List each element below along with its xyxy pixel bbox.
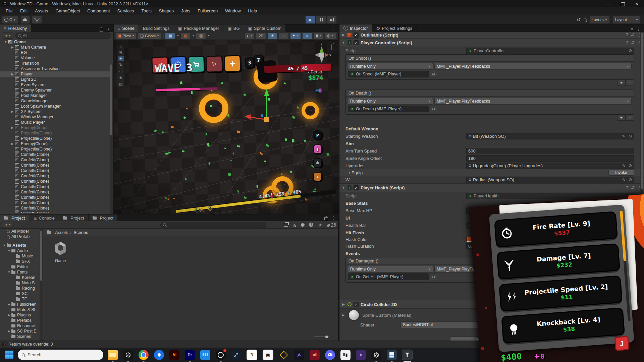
lock-icon[interactable] — [100, 29, 103, 32]
tab-build-settings[interactable]: Build Settings — [139, 24, 174, 32]
event-target-object-field[interactable]: #On Shoot (MMF_Player) — [348, 71, 429, 77]
hierarchy-item-enemy-clone[interactable]: ▶Enemy(Clone) — [0, 125, 113, 130]
remove-event-button[interactable]: − — [626, 115, 634, 121]
2d-toggle[interactable]: 2D — [256, 33, 266, 39]
project-tree-item-tc[interactable]: TC — [0, 296, 43, 302]
upgrade-card-fire-rate[interactable]: Fire Rate [Lv. 9]$537 — [494, 211, 618, 247]
edit-pen-icon[interactable]: ✎ — [622, 164, 625, 168]
icon-size-slider[interactable] — [314, 337, 329, 337]
menu-gameobject[interactable]: GameObject — [52, 8, 84, 13]
presets-icon[interactable]: ⇵ — [631, 185, 634, 190]
edit-pen-icon[interactable]: ✎ — [622, 178, 625, 182]
taskbar-icon-steam[interactable] — [231, 350, 241, 360]
taskbar-icon-tally[interactable]: ‖▮ — [340, 350, 351, 360]
foldout-icon[interactable]: ▶ — [7, 313, 11, 317]
lock-icon[interactable] — [324, 217, 328, 220]
project-tree-item-audio[interactable]: ▼Audio — [0, 248, 43, 253]
script-object-field[interactable]: # PlayerController ⊙ — [466, 48, 634, 54]
project-tree-scrollbar[interactable] — [40, 229, 43, 341]
foldout-icon[interactable]: ▼ — [341, 186, 345, 189]
project-tree-item-korean[interactable]: Korean — [0, 275, 43, 280]
object-picker-icon[interactable]: ⊙ — [629, 163, 632, 168]
object-picker-icon[interactable]: ⊙ — [629, 177, 632, 182]
maximize-button[interactable] — [621, 2, 625, 6]
tab-hierarchy[interactable]: ≡ Hierarchy — [0, 24, 31, 32]
taskbar-icon-sparkle-box[interactable] — [356, 350, 366, 360]
taskbar-icon-media-player[interactable] — [200, 350, 210, 360]
object-picker-button[interactable]: ⊙ — [430, 71, 437, 77]
tab-project-2[interactable]: Project — [59, 215, 88, 221]
enabled-checkbox[interactable]: ✓ — [354, 40, 359, 45]
project-tree-item-all-model[interactable]: All Model — [0, 229, 43, 234]
breadcrumb-assets[interactable]: Assets — [55, 230, 68, 235]
inspector-mode-icon[interactable]: ≡ — [631, 26, 633, 32]
grid-axis-button[interactable]: ▥ — [196, 33, 206, 39]
hierarchy-item-gamemanager[interactable]: GameManager — [0, 98, 113, 104]
taskbar-icon-obs-studio[interactable] — [216, 350, 226, 360]
taskbar-icon-active-app[interactable] — [402, 350, 412, 360]
taskbar-icon-maps[interactable] — [154, 350, 164, 360]
grid-axis-dropdown[interactable]: ▼ — [207, 34, 210, 37]
menu-help[interactable]: Help — [245, 8, 261, 13]
kebab-menu-icon[interactable]: ⋮ — [637, 27, 641, 32]
hierarchy-scrollbar[interactable] — [110, 64, 113, 238]
tab-bg[interactable]: ▣BG — [223, 24, 244, 32]
project-tree-item-fullscreen[interactable]: ▶Fullscreen — [0, 302, 43, 307]
hierarchy-item-confetti-clone[interactable]: Confetti(Clone) — [0, 179, 113, 184]
project-tree-item-all-prefab[interactable]: All Prefab — [0, 234, 43, 239]
step-button[interactable]: ▶ — [327, 15, 337, 24]
add-event-button[interactable]: + — [617, 80, 626, 86]
global-dropdown[interactable]: ◯Global▼ — [138, 33, 161, 39]
taskbar-icon-red-media[interactable]: oil — [310, 350, 320, 360]
upgrade-card-projectile-speed[interactable]: Projectile Speed [Lv. 2]$11 — [499, 275, 623, 311]
enabled-checkbox[interactable]: ✓ — [354, 33, 359, 38]
taskbar-icon-unity-hub[interactable] — [123, 350, 133, 360]
project-tree-item-assets[interactable]: ▼Assets — [0, 243, 43, 248]
snap-increment-toggle[interactable]: ▤ — [180, 33, 191, 39]
menu-assets[interactable]: Assets — [31, 8, 52, 13]
menu-jobs[interactable]: Jobs — [177, 8, 194, 13]
hierarchy-search-input[interactable]: All — [15, 33, 111, 39]
object-picker-icon[interactable]: ⊙ — [629, 134, 632, 138]
hierarchy-item-eventsystem[interactable]: EventSystem — [0, 82, 113, 87]
menu-window[interactable]: Window — [221, 8, 244, 13]
event-target-object-field[interactable]: #On Get Hit (MMF_Player) — [348, 274, 429, 280]
foldout-icon[interactable]: ▼ — [7, 270, 11, 274]
layers-dropdown[interactable]: Layers ▼ — [589, 16, 610, 24]
enabled-checkbox[interactable]: ✓ — [354, 302, 359, 307]
hierarchy-item-volume[interactable]: Volume — [0, 55, 113, 61]
project-tree-item-mats-sh[interactable]: Mats & Sh — [0, 307, 43, 312]
aim-turn-speed-input[interactable]: 600 — [466, 148, 634, 154]
tab-project-0[interactable]: Project — [0, 215, 29, 221]
hierarchy-item-confetti-clone[interactable]: Confetti(Clone) — [0, 168, 113, 173]
taskbar-icon-premiere[interactable]: Pr — [185, 350, 195, 360]
lighting-toggle[interactable]: ☀ — [267, 33, 277, 39]
object-picker-button[interactable]: ⊙ — [430, 106, 437, 112]
object-picker-icon[interactable]: ⊙ — [629, 48, 632, 53]
taskbar-icon-discord[interactable] — [325, 350, 335, 360]
create-asset-button[interactable]: ＋ ▼ — [2, 222, 13, 228]
play-button[interactable]: ▶ — [305, 15, 315, 24]
hierarchy-item-player[interactable]: ▶Player — [0, 71, 113, 77]
taskbar-icon-notion[interactable]: N — [247, 350, 257, 360]
tab-package-manager[interactable]: ▣Package Manager — [174, 24, 224, 32]
foldout-icon[interactable]: ▶ — [10, 72, 15, 76]
edit-pen-icon[interactable]: ✎ — [622, 134, 625, 138]
tab-scene[interactable]: #Scene — [114, 24, 139, 32]
hierarchy-item-bg[interactable]: BG — [0, 50, 113, 55]
hierarchy-item-confetti-clone[interactable]: Confetti(Clone) — [0, 195, 113, 200]
remove-event-button[interactable]: − — [626, 80, 634, 86]
taskbar-icon-chrome[interactable] — [139, 350, 149, 360]
foldout-icon[interactable]: ▶ — [10, 126, 15, 129]
event-mode-dropdown[interactable]: Runtime Only▼ — [348, 98, 433, 105]
w-object-field[interactable]: ⚙ Radius (Weapon SO) ✎ ⊙ — [466, 177, 634, 183]
favorite-star-icon[interactable]: ★ — [318, 222, 322, 228]
menu-component[interactable]: Component — [84, 8, 113, 13]
upgrade-card-damage[interactable]: Damage [Lv. 7]$232 — [496, 243, 620, 280]
help-icon[interactable]: ? — [626, 33, 628, 37]
asset-store-icon[interactable]: ◮ — [293, 222, 297, 228]
foldout-icon[interactable]: ▶ — [341, 303, 345, 306]
upgrade-card-knockback[interactable]: Knockback [Lv. 4]$38 — [501, 307, 625, 344]
menu-tools[interactable]: Tools — [138, 8, 155, 13]
component-header-player-health[interactable]: ▼ # ✓ Player Health (Script) ?⇵⋮ — [339, 183, 644, 192]
